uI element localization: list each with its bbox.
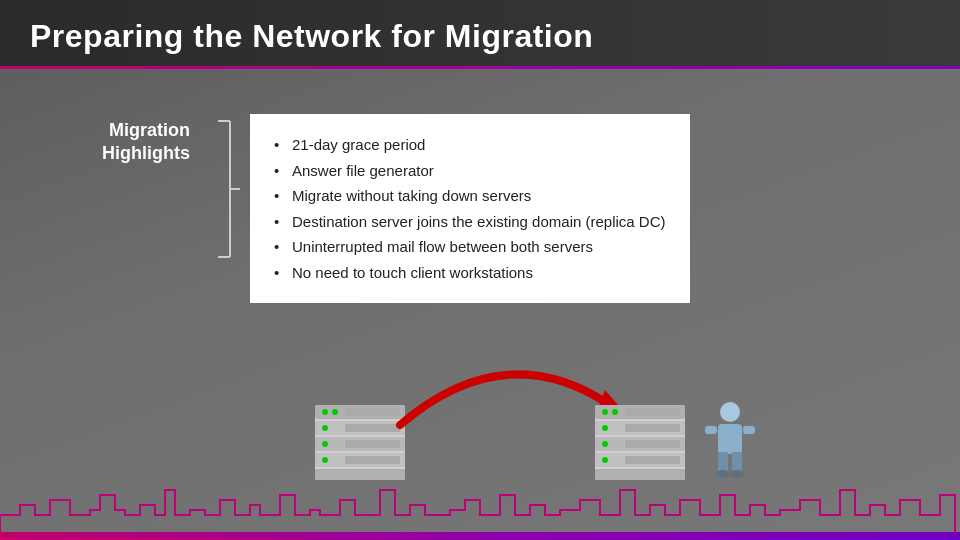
svg-rect-42	[743, 426, 755, 434]
svg-point-26	[602, 409, 608, 415]
svg-point-35	[720, 402, 740, 422]
migration-label-line2: Highlights	[102, 142, 190, 165]
bracket-connector	[210, 119, 240, 259]
content-area: Migration Highlights 21-day grace period…	[0, 69, 960, 323]
svg-rect-34	[625, 456, 680, 464]
svg-rect-18	[345, 456, 400, 464]
svg-point-11	[332, 409, 338, 415]
svg-point-30	[602, 457, 608, 463]
migration-label-line1: Migration	[109, 119, 190, 142]
svg-point-10	[322, 409, 328, 415]
svg-rect-31	[625, 408, 680, 416]
highlight-item-4: Uninterrupted mail flow between both ser…	[274, 234, 666, 260]
workstation-person-icon	[700, 400, 760, 485]
highlight-item-0: 21-day grace period	[274, 132, 666, 158]
svg-point-12	[322, 425, 328, 431]
server-right-icon	[590, 400, 690, 485]
svg-rect-36	[718, 424, 742, 454]
label-block: Migration Highlights	[60, 119, 190, 166]
svg-point-40	[730, 470, 744, 478]
city-skyline	[0, 480, 960, 540]
svg-point-13	[322, 441, 328, 447]
highlight-item-2: Migrate without taking down servers	[274, 183, 666, 209]
slide: Preparing the Network for Migration Migr…	[0, 0, 960, 540]
svg-rect-33	[625, 440, 680, 448]
illustration-area	[0, 340, 960, 540]
highlight-item-1: Answer file generator	[274, 158, 666, 184]
bottom-bar	[0, 532, 960, 540]
svg-rect-41	[705, 426, 717, 434]
svg-point-27	[612, 409, 618, 415]
highlight-item-5: No need to touch client workstations	[274, 260, 666, 286]
highlight-item-3: Destination server joins the existing do…	[274, 209, 666, 235]
svg-point-29	[602, 441, 608, 447]
highlights-list: 21-day grace periodAnswer file generator…	[274, 132, 666, 285]
title-bar: Preparing the Network for Migration	[0, 0, 960, 69]
slide-title: Preparing the Network for Migration	[30, 18, 930, 55]
svg-rect-25	[595, 469, 685, 480]
highlights-box: 21-day grace periodAnswer file generator…	[250, 114, 690, 303]
svg-point-14	[322, 457, 328, 463]
svg-point-28	[602, 425, 608, 431]
svg-rect-32	[625, 424, 680, 432]
svg-point-39	[716, 470, 730, 478]
svg-rect-9	[315, 469, 405, 480]
